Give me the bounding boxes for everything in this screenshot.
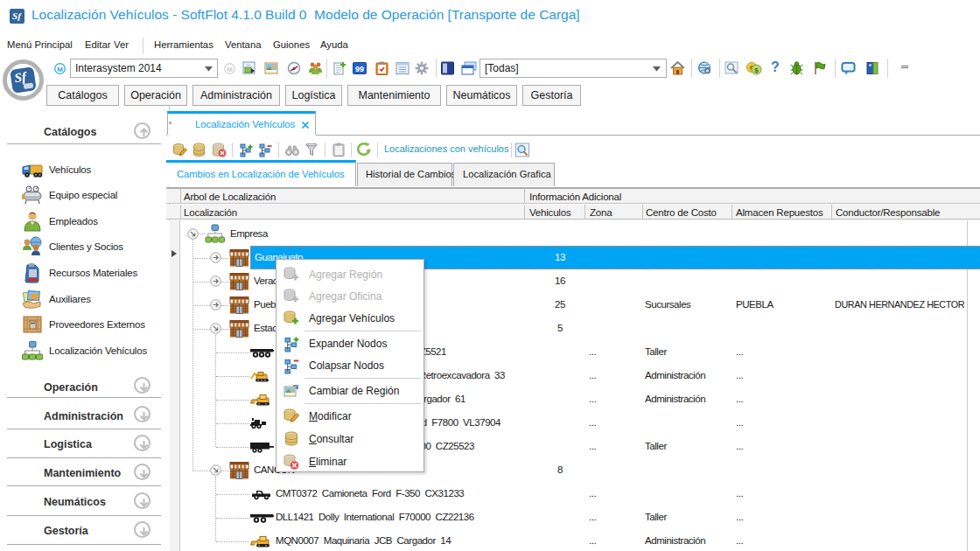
- svg-text:Sf: Sf: [12, 10, 22, 21]
- svg-text:M: M: [227, 66, 233, 73]
- svg-text:99: 99: [355, 65, 364, 73]
- svg-text:M: M: [57, 66, 63, 73]
- svg-text:$: $: [754, 66, 759, 74]
